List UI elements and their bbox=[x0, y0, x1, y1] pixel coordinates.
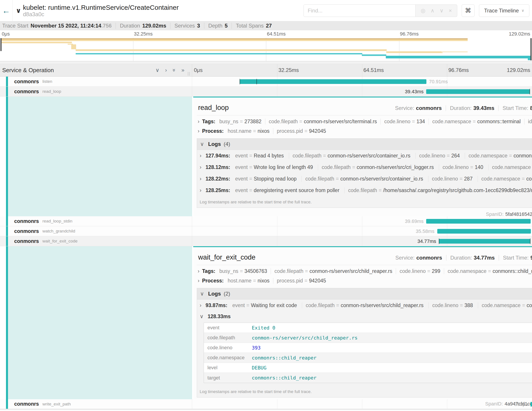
log-row[interactable]: › 128.12ms: event=Wrote log line of leng… bbox=[197, 161, 532, 173]
collapse-all-icon[interactable]: » bbox=[171, 68, 177, 71]
detail-left-gutter bbox=[0, 246, 192, 399]
span-timeline-cell[interactable]: 35.58ms bbox=[192, 226, 532, 236]
find-clear-icon[interactable]: × bbox=[449, 8, 452, 14]
start-time-label: Start Time: bbox=[503, 105, 528, 111]
process-key: host.name bbox=[228, 128, 251, 134]
span-name-cell[interactable]: conmonrs watch_grandchild bbox=[0, 226, 192, 236]
table-row: code.filepath conmon-rs/server/src/child… bbox=[204, 333, 532, 343]
equals: = bbox=[305, 268, 308, 274]
axis-tick: 64.51ms bbox=[267, 31, 285, 37]
logs-footnote: Log timestamps are relative to the start… bbox=[197, 386, 532, 397]
tag-key: code.filepath bbox=[269, 118, 298, 125]
span-name-cell[interactable]: conmonrs listen bbox=[0, 77, 192, 86]
service-name: conmonrs bbox=[14, 238, 39, 244]
span-bar[interactable] bbox=[439, 239, 531, 244]
span-row-watch_grandchild[interactable]: conmonrs watch_grandchild 35.58ms bbox=[0, 226, 532, 236]
span-bar[interactable] bbox=[240, 79, 426, 84]
table-row: code.namespace conmonrs::child_reaper bbox=[204, 353, 532, 363]
logs-header[interactable]: ∨ Logs (4) bbox=[197, 138, 532, 150]
process-row[interactable]: › Process: host.name=nixos process.pid=9… bbox=[193, 127, 532, 137]
operation-name: listen bbox=[42, 79, 52, 84]
grid-line bbox=[362, 64, 362, 76]
keyboard-shortcuts-button[interactable]: ⌘ bbox=[462, 4, 475, 17]
log-field: code.lineno=287 bbox=[428, 176, 473, 182]
start-time-value: 88.84ms bbox=[530, 105, 532, 111]
log-key: code.filepath bbox=[305, 176, 334, 182]
summary-value-suffix: .756 bbox=[101, 23, 112, 29]
log-value: conmon-rs/server/src/container_io.rs bbox=[328, 153, 410, 159]
find-prev-icon[interactable]: ∧ bbox=[431, 8, 435, 14]
tag-value: conmon-rs/server/src/terminal.rs bbox=[304, 118, 377, 125]
find-locate-icon[interactable]: ◎ bbox=[421, 8, 425, 14]
find-next-icon[interactable]: ∨ bbox=[440, 8, 444, 14]
log-row[interactable]: › 128.25ms: event=deregistering event so… bbox=[197, 185, 532, 196]
operation-name: watch_grandchild bbox=[42, 229, 75, 234]
tags-label: Tags: bbox=[202, 118, 215, 125]
tag-value: 273882 bbox=[245, 118, 262, 125]
log-row[interactable]: › 93.87ms: event=Waiting for exit code c… bbox=[197, 300, 532, 311]
process-row[interactable]: › Process: host.name=nixos process.pid=9… bbox=[193, 277, 532, 286]
column-resize-grip[interactable]: || bbox=[188, 71, 190, 76]
axis-tick: 129.02ms bbox=[509, 31, 530, 37]
timeline-axis-header: 0μs 32.25ms 64.51ms 96.76ms 129.02ms bbox=[192, 64, 532, 76]
span-row-listen[interactable]: conmonrs listen 70.91ms bbox=[0, 77, 532, 87]
expanded-log-header[interactable]: ∨ 128.33ms bbox=[197, 311, 532, 321]
collapse-one-icon[interactable]: ∨ bbox=[155, 67, 160, 73]
tags-row[interactable]: › Tags: busy_ns=34506763 code.filepath=c… bbox=[193, 265, 532, 277]
detail-operation-title: wait_for_exit_code bbox=[198, 253, 256, 261]
span-timeline-cell[interactable]: 39.69ms bbox=[192, 216, 532, 226]
log-field: code.namespace=co… bbox=[488, 164, 532, 170]
axis-tick: 32.25ms bbox=[278, 67, 299, 73]
span-timeline-cell[interactable]: 39.43ms bbox=[192, 87, 532, 96]
logs-header[interactable]: ∨ Logs (2) bbox=[197, 288, 532, 300]
back-button[interactable]: ← bbox=[0, 0, 13, 21]
span-timeline-cell[interactable]: 70.91ms bbox=[192, 77, 532, 86]
axis-tick: 64.51ms bbox=[363, 67, 384, 73]
expand-all-icon[interactable]: » bbox=[181, 67, 184, 73]
trace-summary-bar: Trace Start November 15 2022, 11:24:14 .… bbox=[0, 21, 532, 30]
span-name-cell[interactable]: conmonrs write_exit_path bbox=[0, 399, 192, 409]
chevron-down-icon: ∨ bbox=[522, 8, 524, 13]
span-row-write_exit_path[interactable]: conmonrs write_exit_path 303μs bbox=[0, 399, 532, 409]
minimap-left-drag-handle[interactable] bbox=[0, 38, 1, 51]
trace-collapse-chevron-icon[interactable]: ∨ bbox=[16, 7, 21, 14]
minimap[interactable] bbox=[0, 38, 532, 61]
span-bar[interactable] bbox=[531, 402, 532, 407]
service-operation-header: Service & Operation ∨ › » » || bbox=[0, 64, 192, 76]
span-row-wait_for_exit_code[interactable]: conmonrs wait_for_exit_code 34.77ms bbox=[0, 236, 532, 246]
minimap-right-drag-handle[interactable] bbox=[531, 38, 532, 60]
equals: = bbox=[247, 303, 249, 308]
page-title: kubelet: runtime.v1.RuntimeService/Creat… bbox=[23, 4, 179, 11]
span-timeline-cell[interactable]: 34.77ms bbox=[192, 236, 532, 246]
span-timeline-cell[interactable]: 303μs bbox=[192, 399, 532, 409]
span-bar[interactable] bbox=[426, 219, 531, 224]
span-row-read_loop_stdin[interactable]: conmonrs read_loop_stdin 39.69ms bbox=[0, 216, 532, 226]
log-row[interactable]: › 127.94ms: event=Read 4 bytes code.file… bbox=[197, 150, 532, 161]
span-bar[interactable] bbox=[426, 89, 530, 94]
equals: = bbox=[336, 303, 339, 308]
equals: = bbox=[240, 268, 243, 274]
span-detail-card: wait_for_exit_code Service: conmonrs Dur… bbox=[193, 246, 532, 399]
span-name-cell[interactable]: conmonrs wait_for_exit_code bbox=[0, 236, 192, 246]
trace-view-selector[interactable]: Trace Timeline ∨ bbox=[479, 4, 529, 17]
log-field: event=deregistering event source from po… bbox=[235, 187, 339, 193]
find-input[interactable] bbox=[304, 4, 416, 17]
tag-value: conmonrs::terminal bbox=[477, 118, 521, 125]
summary-label: Trace Start bbox=[2, 23, 28, 29]
logs-footnote: Log timestamps are relative to the start… bbox=[197, 196, 532, 208]
span-name-cell[interactable]: conmonrs read_loop_stdin bbox=[0, 216, 192, 226]
log-key: event bbox=[235, 164, 247, 170]
span-detail-read_loop: read_loop Service: conmonrs Duration: 39… bbox=[0, 97, 532, 216]
expand-one-icon[interactable]: › bbox=[165, 67, 167, 73]
tags-row[interactable]: › Tags: busy_ns=273882 code.filepath=con… bbox=[193, 116, 532, 127]
span-bar[interactable] bbox=[437, 229, 531, 234]
process-item: process.pid=942045 bbox=[273, 128, 326, 134]
logs-count: (4) bbox=[224, 141, 230, 147]
span-name-cell[interactable]: conmonrs read_loop bbox=[0, 87, 192, 96]
span-row-read_loop[interactable]: conmonrs read_loop 39.43ms bbox=[0, 87, 532, 97]
log-row[interactable]: › 128.22ms: event=Stopping read loop cod… bbox=[197, 173, 532, 185]
child-span-tick bbox=[240, 79, 240, 84]
field-value: Exited 0 bbox=[252, 325, 275, 331]
logs-title: Logs bbox=[208, 141, 221, 147]
tag-key: code.namespace bbox=[432, 118, 471, 125]
